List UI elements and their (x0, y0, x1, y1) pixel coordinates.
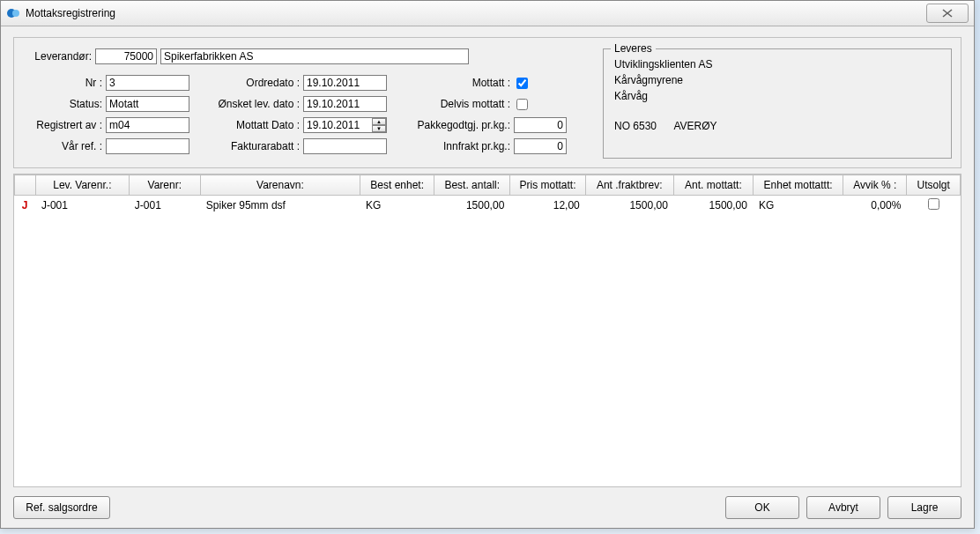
partial-label: Delvis mottatt : (396, 98, 510, 110)
delivery-city: AVERØY (673, 120, 716, 132)
close-button[interactable] (926, 4, 969, 23)
col-avvik[interactable]: Avvik % : (843, 175, 907, 196)
package-per-kg-label: Pakkegodtgj. pr.kg.: (396, 119, 510, 131)
window-title: Mottaksregistrering (26, 7, 115, 19)
ok-button[interactable]: OK (725, 496, 799, 519)
our-ref-label: Vår ref. : (23, 140, 102, 152)
main-window: Mottaksregistrering Leverandør: (0, 0, 975, 529)
supplier-label: Leverandør: (23, 50, 92, 63)
cell-utsolgt[interactable] (907, 196, 961, 216)
titlebar: Mottaksregistrering (1, 1, 974, 26)
delivery-legend: Leveres (611, 42, 656, 55)
delivery-line-3: Kårvåg (614, 88, 940, 104)
order-date-input[interactable] (303, 75, 387, 91)
svg-point-1 (12, 10, 19, 17)
col-ant-fraktbrev[interactable]: Ant .fraktbrev: (585, 175, 673, 196)
cell-ant-mottatt[interactable]: 1500,00 (673, 196, 753, 216)
row-marker: J (15, 196, 36, 216)
package-per-kg-input[interactable] (514, 117, 567, 133)
save-button[interactable]: Lagre (887, 496, 961, 519)
cell-ant-fraktbrev[interactable]: 1500,00 (585, 196, 673, 216)
received-date-label: Mottatt Dato : (198, 119, 300, 131)
registered-by-label: Registrert av : (23, 119, 102, 131)
cell-pris-mottatt[interactable]: 12,00 (510, 196, 585, 216)
col-marker[interactable] (15, 175, 36, 196)
cell-best-antall[interactable]: 1500,00 (434, 196, 510, 216)
cancel-button[interactable]: Avbryt (806, 496, 880, 519)
delivery-line-1: Utviklingsklienten AS (614, 56, 940, 72)
lines-grid[interactable]: Lev. Varenr.: Varenr: Varenavn: Best enh… (13, 174, 961, 487)
utsolgt-checkbox[interactable] (928, 198, 939, 210)
cell-varenavn[interactable]: Spiker 95mm dsf (200, 196, 360, 216)
delivery-line-2: Kårvågmyrene (614, 72, 940, 88)
nr-label: Nr : (23, 77, 102, 89)
table-row[interactable]: JJ-001J-001Spiker 95mm dsfKG1500,0012,00… (15, 196, 961, 216)
order-date-label: Ordredato : (198, 77, 300, 89)
col-best-antall[interactable]: Best. antall: (434, 175, 510, 196)
delivery-fieldset: Leveres Utviklingsklienten AS Kårvågmyre… (603, 48, 952, 159)
col-varenavn[interactable]: Varenavn: (200, 175, 360, 196)
freight-per-kg-input[interactable] (514, 138, 567, 154)
cell-avvik[interactable]: 0,00% (843, 196, 907, 216)
col-varenr[interactable]: Varenr: (129, 175, 200, 196)
supplier-name-input[interactable] (160, 48, 469, 64)
wanted-date-input[interactable] (303, 96, 387, 112)
received-date-input[interactable] (303, 117, 387, 133)
our-ref-input[interactable] (106, 138, 189, 154)
nr-input[interactable] (106, 75, 189, 91)
col-pris-mottatt[interactable]: Pris mottatt: (510, 175, 585, 196)
cell-lev-varenr[interactable]: J-001 (35, 196, 129, 216)
col-utsolgt[interactable]: Utsolgt (907, 175, 961, 196)
wanted-date-label: Ønsket lev. dato : (198, 98, 300, 110)
col-enhet-mottatt[interactable]: Enhet mottattt: (753, 175, 843, 196)
delivery-postal: NO 6530 (614, 120, 657, 132)
status-input[interactable] (106, 96, 189, 112)
ref-salgsordre-button[interactable]: Ref. salgsordre (13, 496, 110, 519)
col-lev-varenr[interactable]: Lev. Varenr.: (35, 175, 129, 196)
received-label: Mottatt : (396, 77, 510, 89)
received-checkbox[interactable] (516, 78, 528, 89)
partial-checkbox[interactable] (516, 99, 528, 110)
header-panel: Leverandør: Nr : Status: (13, 37, 961, 168)
supplier-code-input[interactable] (95, 48, 157, 64)
app-icon (6, 6, 20, 20)
cell-best-enhet[interactable]: KG (360, 196, 434, 216)
col-ant-mottatt[interactable]: Ant. mottatt: (673, 175, 753, 196)
registered-by-input[interactable] (106, 117, 189, 133)
freight-per-kg-label: Innfrakt pr.kg.: (396, 140, 510, 152)
col-best-enhet[interactable]: Best enhet: (360, 175, 434, 196)
cell-enhet-mottatt[interactable]: KG (753, 196, 843, 216)
status-label: Status: (23, 98, 102, 110)
invoice-discount-label: Fakturarabatt : (198, 140, 300, 152)
invoice-discount-input[interactable] (303, 138, 387, 154)
cell-varenr[interactable]: J-001 (129, 196, 200, 216)
